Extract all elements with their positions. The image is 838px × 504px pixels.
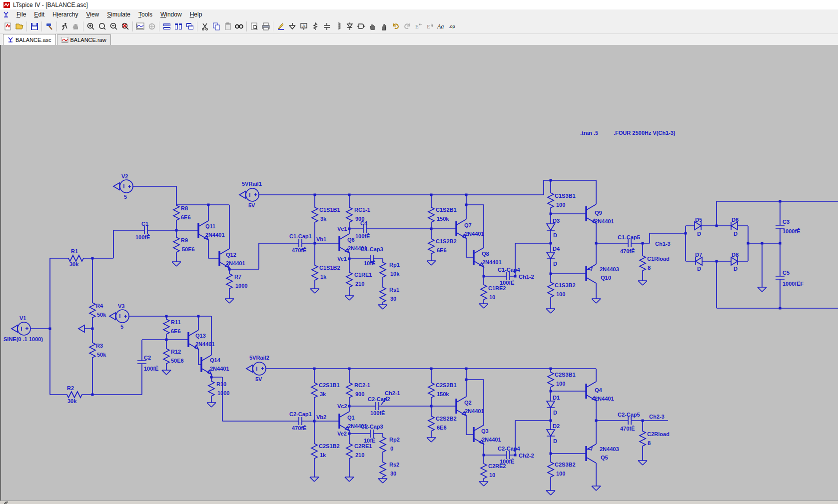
component-C2-Cap4[interactable] [507, 451, 510, 459]
component-5VRail1[interactable] [239, 188, 259, 201]
draw-wire-icon[interactable] [275, 21, 286, 32]
component-5VRail2[interactable] [246, 362, 266, 375]
zoom-fit-icon[interactable] [119, 21, 131, 32]
place-text-icon[interactable]: Aa [436, 21, 447, 32]
place-resistor-icon[interactable] [309, 21, 321, 32]
component-C2S1B1[interactable] [311, 381, 317, 399]
component-V2[interactable] [113, 180, 133, 193]
component-RC2-1[interactable] [346, 381, 352, 399]
component-R11[interactable] [163, 318, 169, 336]
component-C2S3B2[interactable] [548, 461, 554, 479]
save-icon[interactable] [28, 21, 40, 32]
autorange-icon[interactable] [146, 21, 157, 32]
component-C1[interactable] [144, 226, 147, 234]
place-component-icon[interactable] [355, 21, 367, 32]
copy-icon[interactable] [210, 21, 222, 32]
print-preview-icon[interactable] [248, 21, 260, 32]
component-R9[interactable] [173, 236, 179, 254]
component-V3[interactable] [109, 310, 129, 323]
rotate-icon[interactable]: E [424, 21, 436, 32]
component-R3[interactable] [89, 341, 95, 359]
run-icon[interactable] [58, 21, 70, 32]
menu-hierarchy[interactable]: Hierarchy [48, 10, 82, 19]
halt-icon[interactable] [70, 21, 81, 32]
open-file-icon[interactable] [13, 21, 25, 32]
component-C1S2B1[interactable] [428, 206, 434, 224]
menu-simulate[interactable]: Simulate [103, 10, 134, 19]
component-C2-Cap3[interactable] [370, 430, 373, 438]
component-Rs1[interactable] [380, 286, 386, 304]
component-C2S2B1[interactable] [428, 381, 434, 399]
component-D1[interactable] [547, 401, 555, 408]
labels[interactable]: .tran .5 .FOUR 2500Hz V(Ch1-3) V1SINE(0 … [3, 130, 804, 478]
component-C2S3B1[interactable] [548, 371, 554, 389]
component-C2S1B2[interactable] [311, 442, 317, 460]
component-D7[interactable] [696, 257, 702, 265]
zoom-out-icon[interactable] [108, 21, 119, 32]
paste-icon[interactable] [222, 21, 233, 32]
place-diode-icon[interactable] [344, 21, 355, 32]
component-C2Rload[interactable] [640, 430, 646, 448]
print-icon[interactable] [260, 21, 271, 32]
component-D4[interactable] [547, 252, 555, 259]
component-D3[interactable] [547, 224, 555, 230]
menu-file[interactable]: File [12, 10, 30, 19]
component-V1[interactable] [11, 322, 30, 335]
component-RC1-1[interactable] [346, 206, 352, 224]
component-C2S2B2[interactable] [428, 415, 434, 433]
mirror-icon[interactable]: E [413, 21, 424, 32]
waveform-pane-icon[interactable] [134, 21, 146, 32]
place-capacitor-icon[interactable] [321, 21, 332, 32]
menu-tools[interactable]: Tools [134, 10, 156, 19]
place-label-icon[interactable]: A [298, 21, 309, 32]
component-C2-Cap2[interactable] [376, 402, 379, 410]
component-R2[interactable] [65, 392, 83, 398]
component-C1-Cap1[interactable] [299, 239, 302, 247]
zoom-in-icon[interactable] [85, 21, 96, 32]
schematic-canvas[interactable]: .tran .5 .FOUR 2500Hz V(Ch1-3) V1SINE(0 … [0, 45, 838, 501]
component-C2-Cap5[interactable] [628, 417, 631, 425]
redo-icon[interactable] [401, 21, 413, 32]
component-Rp1[interactable] [380, 261, 386, 279]
component-C1-Cap4[interactable] [507, 272, 510, 280]
find-icon[interactable] [233, 21, 245, 32]
menu-view[interactable]: View [82, 10, 103, 19]
undo-icon[interactable] [390, 21, 401, 32]
new-schematic-icon[interactable] [2, 21, 13, 32]
control-panel-icon[interactable] [43, 21, 55, 32]
component-C1Rload[interactable] [640, 254, 646, 272]
component-C1S2B2[interactable] [428, 237, 434, 255]
tile-horizontal-icon[interactable] [172, 21, 184, 32]
ground-symbols[interactable] [162, 261, 767, 495]
component-Q10[interactable] [586, 264, 596, 283]
move-icon[interactable] [367, 21, 378, 32]
component-R1[interactable] [67, 255, 85, 261]
component-Rp2[interactable] [380, 436, 386, 454]
component-D8[interactable] [731, 257, 738, 265]
component-R7[interactable] [226, 272, 232, 290]
menu-edit[interactable]: Edit [30, 10, 48, 19]
component-C1-Cap5[interactable] [628, 239, 631, 247]
component-Rs2[interactable] [380, 461, 386, 479]
component-C2[interactable] [137, 361, 146, 364]
component-R8[interactable] [173, 204, 179, 222]
component-R12[interactable] [163, 347, 169, 365]
component-C1S1B1[interactable] [312, 206, 318, 224]
component-C1RE1[interactable] [346, 271, 352, 289]
spice-directive-icon[interactable]: .op [447, 21, 459, 32]
component-Q5[interactable] [586, 444, 596, 463]
component-D2[interactable] [547, 430, 555, 436]
component-C1RE2[interactable] [481, 283, 487, 301]
component-D6[interactable] [731, 222, 738, 230]
drag-icon[interactable] [378, 21, 390, 32]
component-C2RE2[interactable] [481, 462, 487, 480]
component-C1S3B1[interactable] [548, 191, 554, 209]
component-C2RE1[interactable] [346, 442, 352, 460]
menu-help[interactable]: Help [186, 10, 206, 19]
component-C5[interactable] [776, 276, 785, 279]
place-ground-icon[interactable] [286, 21, 298, 32]
component-D5[interactable] [695, 222, 701, 230]
tile-vertical-icon[interactable] [161, 21, 172, 32]
cascade-windows-icon[interactable] [184, 21, 195, 32]
tab-balance-raw[interactable]: BALANCE.raw [57, 34, 111, 45]
